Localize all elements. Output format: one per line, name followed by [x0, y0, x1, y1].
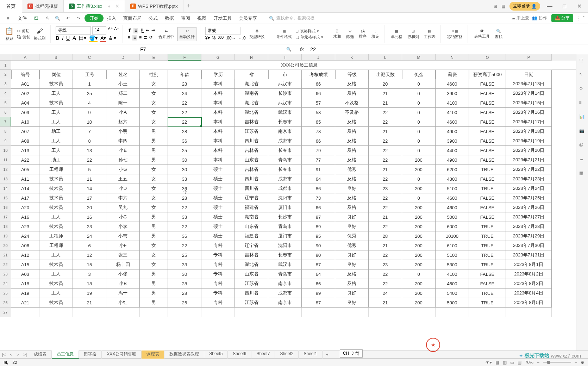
cell-D21[interactable]: 张三 — [106, 250, 140, 260]
cell-A22[interactable]: A15 — [11, 260, 39, 269]
cell-B3[interactable]: 技术员 — [39, 79, 73, 89]
cell-K19[interactable]: 优秀 — [335, 231, 369, 241]
cell-A26[interactable]: A21 — [11, 298, 39, 308]
cell-L10[interactable]: 22 — [369, 146, 402, 155]
wrap-text-button[interactable]: ↩自动换行 — [177, 27, 196, 41]
cell-E7[interactable]: 女 — [140, 117, 168, 127]
cell-K4[interactable]: 及格 — [335, 89, 369, 98]
empty-cell[interactable] — [268, 308, 302, 317]
cell-M3[interactable]: 0 — [402, 79, 436, 89]
side-settings-icon[interactable]: ⚙ — [579, 86, 586, 92]
cell-K13[interactable]: 及格 — [335, 174, 369, 184]
cell-D8[interactable]: 小明 — [106, 127, 140, 136]
cell-F11[interactable]: 30 — [168, 155, 201, 165]
sheet-tab-0[interactable]: 成绩表 — [29, 351, 52, 359]
cell-N7[interactable]: 4600 — [436, 117, 469, 127]
cell-O11[interactable]: FALSE — [469, 155, 506, 165]
cell-M17[interactable]: 200 — [402, 212, 436, 222]
col-header-A[interactable]: A — [11, 54, 39, 61]
header-cell[interactable]: 编号 — [11, 70, 39, 79]
cell-N15[interactable]: 4600 — [436, 193, 469, 203]
side-select-icon[interactable]: ⬚ — [579, 58, 586, 64]
font-size-combo[interactable]: 14 — [92, 26, 106, 35]
cell-F5[interactable]: 22 — [168, 98, 201, 108]
cell-E26[interactable]: 男 — [140, 298, 168, 308]
indent-inc-icon[interactable]: ⇥ — [151, 28, 155, 33]
cell-E8[interactable]: 男 — [140, 127, 168, 136]
cell-J3[interactable]: 66 — [302, 79, 335, 89]
col-header-P[interactable]: P — [506, 54, 552, 61]
cell-H22[interactable]: 湖北省 — [235, 260, 268, 269]
cell-D5[interactable]: 陈一 — [106, 98, 140, 108]
cell-J4[interactable]: 66 — [302, 89, 335, 98]
cell-E3[interactable]: 女 — [140, 79, 168, 89]
col-header-O[interactable]: O — [469, 54, 506, 61]
cell-K22[interactable]: 良好 — [335, 260, 369, 269]
cell-E16[interactable]: 女 — [140, 203, 168, 212]
cell-E12[interactable]: 女 — [140, 165, 168, 174]
header-cell[interactable]: 工号 — [73, 70, 106, 79]
new-tab-button[interactable]: + — [183, 2, 194, 10]
cell-C6[interactable]: 9 — [73, 108, 106, 117]
cell-F8[interactable]: 28 — [168, 127, 201, 136]
cell-F18[interactable]: 22 — [168, 222, 201, 231]
doc-tab-1[interactable]: S工作簿3.xlsx●✕ — [64, 0, 125, 12]
cell-H17[interactable]: 湖南省 — [235, 212, 268, 222]
cell-L17[interactable]: 21 — [369, 212, 402, 222]
align-just-icon[interactable]: ≣ — [144, 35, 147, 41]
cell-H26[interactable]: 江苏省 — [235, 298, 268, 308]
cell-N21[interactable]: 5100 — [436, 250, 469, 260]
cell-C11[interactable]: 22 — [73, 155, 106, 165]
cell-N19[interactable]: 10100 — [436, 231, 469, 241]
header-cell[interactable]: 市 — [268, 70, 302, 79]
font-name-combo[interactable]: 等线 — [56, 26, 91, 35]
cell-P23[interactable]: 2023年8月2日 — [506, 269, 552, 279]
sheet-next-icon[interactable]: > — [14, 352, 21, 357]
cell-J21[interactable]: 80 — [302, 250, 335, 260]
cell-G18[interactable]: 硕士 — [201, 222, 235, 231]
cell-G10[interactable]: 本科 — [201, 146, 235, 155]
cell-K23[interactable]: 及格 — [335, 269, 369, 279]
cell-J7[interactable]: 65 — [302, 117, 335, 127]
sheet-tab-10[interactable]: Sheet1 — [299, 351, 322, 359]
sheet-prev-icon[interactable]: < — [8, 352, 14, 357]
row-header-3[interactable]: 3 — [0, 79, 11, 89]
cell-G9[interactable]: 本科 — [201, 136, 235, 146]
cell-M20[interactable]: 200 — [402, 241, 436, 250]
cell-N10[interactable]: 4400 — [436, 146, 469, 155]
cell-C22[interactable]: 15 — [73, 260, 106, 269]
cell-D3[interactable]: 小王 — [106, 79, 140, 89]
cell-N5[interactable]: 4100 — [436, 98, 469, 108]
cloud-status[interactable]: ☁ 未上云 — [511, 15, 529, 21]
sheet-tab-7[interactable]: Sheet6 — [228, 351, 251, 359]
copy-button[interactable]: ⿻ 复制 — [17, 35, 30, 40]
cell-O7[interactable]: FALSE — [469, 117, 506, 127]
cell-O14[interactable]: TRUE — [469, 184, 506, 193]
cell-M13[interactable]: 0 — [402, 174, 436, 184]
cell-N25[interactable]: 5400 — [436, 289, 469, 298]
cell-A12[interactable]: A05 — [11, 165, 39, 174]
cell-J5[interactable]: 57 — [302, 98, 335, 108]
share-button[interactable]: 📤 分享 — [551, 14, 573, 22]
cell-C5[interactable]: 4 — [73, 98, 106, 108]
cell-B9[interactable]: 工人 — [39, 136, 73, 146]
row-header-8[interactable]: 8 — [0, 127, 11, 136]
search-box[interactable]: 🔍 查找命令、搜索模板 — [269, 15, 314, 21]
cell-P14[interactable]: 2023年7月24日 — [506, 184, 552, 193]
header-cell[interactable]: 年龄 — [168, 70, 201, 79]
cell-B10[interactable]: 工人 — [39, 146, 73, 155]
row-header-27[interactable]: 27 — [0, 308, 11, 317]
cell-J26[interactable]: 87 — [302, 298, 335, 308]
zoom-level[interactable]: 70% — [525, 360, 533, 365]
cell-C18[interactable]: 23 — [73, 222, 106, 231]
cell-D18[interactable]: 小李 — [106, 222, 140, 231]
cell-P26[interactable]: 2023年8月5日 — [506, 298, 552, 308]
coop-button[interactable]: 👥 协作 — [532, 15, 547, 21]
cell-K7[interactable]: 及格 — [335, 117, 369, 127]
row-header-26[interactable]: 26 — [0, 298, 11, 308]
cell-H21[interactable]: 吉林省 — [235, 250, 268, 260]
menu-插入[interactable]: 插入 — [104, 14, 120, 22]
cell-M14[interactable]: 200 — [402, 184, 436, 193]
cell-B13[interactable]: 技术员 — [39, 174, 73, 184]
bold-button[interactable]: B — [56, 35, 59, 42]
